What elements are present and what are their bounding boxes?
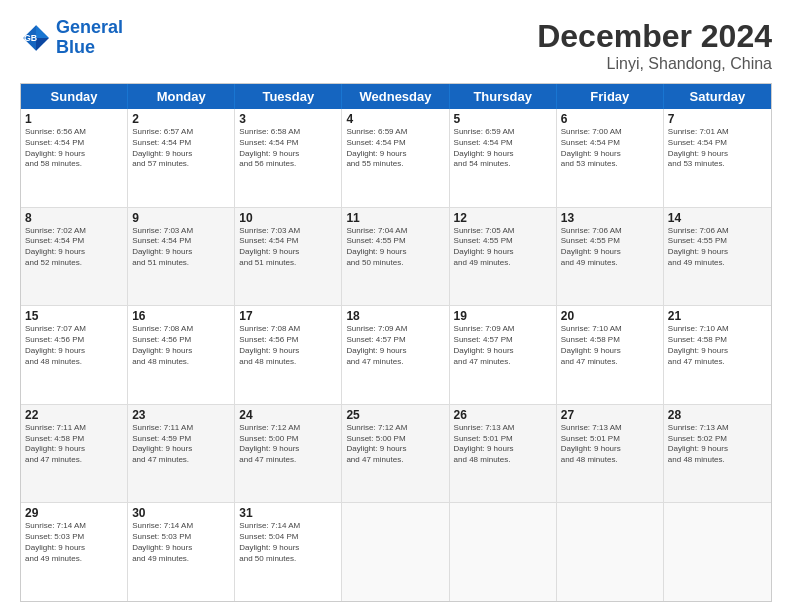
day-info: Sunrise: 7:02 AM Sunset: 4:54 PM Dayligh… xyxy=(25,226,123,269)
weekday-header-wednesday: Wednesday xyxy=(342,84,449,109)
logo-icon: GB xyxy=(20,22,52,54)
day-number: 26 xyxy=(454,408,552,422)
logo-blue-text: Blue xyxy=(56,38,123,58)
day-info: Sunrise: 6:59 AM Sunset: 4:54 PM Dayligh… xyxy=(454,127,552,170)
day-number: 31 xyxy=(239,506,337,520)
svg-marker-2 xyxy=(36,38,49,51)
day-info: Sunrise: 7:13 AM Sunset: 5:02 PM Dayligh… xyxy=(668,423,767,466)
calendar-cell-10: 10Sunrise: 7:03 AM Sunset: 4:54 PM Dayli… xyxy=(235,208,342,306)
calendar-cell-9: 9Sunrise: 7:03 AM Sunset: 4:54 PM Daylig… xyxy=(128,208,235,306)
calendar-cell-1: 1Sunrise: 6:56 AM Sunset: 4:54 PM Daylig… xyxy=(21,109,128,207)
calendar-cell-4: 4Sunrise: 6:59 AM Sunset: 4:54 PM Daylig… xyxy=(342,109,449,207)
calendar-row-4: 22Sunrise: 7:11 AM Sunset: 4:58 PM Dayli… xyxy=(21,404,771,503)
day-number: 12 xyxy=(454,211,552,225)
weekday-header-thursday: Thursday xyxy=(450,84,557,109)
day-number: 13 xyxy=(561,211,659,225)
main-title: December 2024 xyxy=(537,18,772,55)
calendar-cell-2: 2Sunrise: 6:57 AM Sunset: 4:54 PM Daylig… xyxy=(128,109,235,207)
calendar-cell-26: 26Sunrise: 7:13 AM Sunset: 5:01 PM Dayli… xyxy=(450,405,557,503)
day-number: 7 xyxy=(668,112,767,126)
calendar-cell-24: 24Sunrise: 7:12 AM Sunset: 5:00 PM Dayli… xyxy=(235,405,342,503)
calendar-cell-19: 19Sunrise: 7:09 AM Sunset: 4:57 PM Dayli… xyxy=(450,306,557,404)
calendar-row-2: 8Sunrise: 7:02 AM Sunset: 4:54 PM Daylig… xyxy=(21,207,771,306)
day-number: 10 xyxy=(239,211,337,225)
day-info: Sunrise: 7:13 AM Sunset: 5:01 PM Dayligh… xyxy=(561,423,659,466)
svg-text:GB: GB xyxy=(24,33,37,43)
day-number: 30 xyxy=(132,506,230,520)
day-info: Sunrise: 7:08 AM Sunset: 4:56 PM Dayligh… xyxy=(132,324,230,367)
calendar-cell-14: 14Sunrise: 7:06 AM Sunset: 4:55 PM Dayli… xyxy=(664,208,771,306)
day-info: Sunrise: 7:07 AM Sunset: 4:56 PM Dayligh… xyxy=(25,324,123,367)
calendar-cell-5: 5Sunrise: 6:59 AM Sunset: 4:54 PM Daylig… xyxy=(450,109,557,207)
calendar-cell-7: 7Sunrise: 7:01 AM Sunset: 4:54 PM Daylig… xyxy=(664,109,771,207)
day-number: 3 xyxy=(239,112,337,126)
day-info: Sunrise: 7:14 AM Sunset: 5:04 PM Dayligh… xyxy=(239,521,337,564)
day-info: Sunrise: 7:13 AM Sunset: 5:01 PM Dayligh… xyxy=(454,423,552,466)
calendar-cell-11: 11Sunrise: 7:04 AM Sunset: 4:55 PM Dayli… xyxy=(342,208,449,306)
calendar-row-3: 15Sunrise: 7:07 AM Sunset: 4:56 PM Dayli… xyxy=(21,305,771,404)
calendar-cell-29: 29Sunrise: 7:14 AM Sunset: 5:03 PM Dayli… xyxy=(21,503,128,601)
day-info: Sunrise: 7:08 AM Sunset: 4:56 PM Dayligh… xyxy=(239,324,337,367)
day-number: 15 xyxy=(25,309,123,323)
day-number: 6 xyxy=(561,112,659,126)
day-number: 9 xyxy=(132,211,230,225)
calendar-cell-13: 13Sunrise: 7:06 AM Sunset: 4:55 PM Dayli… xyxy=(557,208,664,306)
subtitle: Linyi, Shandong, China xyxy=(537,55,772,73)
day-number: 4 xyxy=(346,112,444,126)
calendar-cell-17: 17Sunrise: 7:08 AM Sunset: 4:56 PM Dayli… xyxy=(235,306,342,404)
day-number: 21 xyxy=(668,309,767,323)
day-number: 28 xyxy=(668,408,767,422)
calendar-cell-22: 22Sunrise: 7:11 AM Sunset: 4:58 PM Dayli… xyxy=(21,405,128,503)
day-info: Sunrise: 6:57 AM Sunset: 4:54 PM Dayligh… xyxy=(132,127,230,170)
day-number: 18 xyxy=(346,309,444,323)
day-info: Sunrise: 7:03 AM Sunset: 4:54 PM Dayligh… xyxy=(239,226,337,269)
day-number: 23 xyxy=(132,408,230,422)
weekday-header-tuesday: Tuesday xyxy=(235,84,342,109)
weekday-header-sunday: Sunday xyxy=(21,84,128,109)
calendar-cell-21: 21Sunrise: 7:10 AM Sunset: 4:58 PM Dayli… xyxy=(664,306,771,404)
logo: GB General Blue xyxy=(20,18,123,58)
day-info: Sunrise: 7:10 AM Sunset: 4:58 PM Dayligh… xyxy=(561,324,659,367)
weekday-header-monday: Monday xyxy=(128,84,235,109)
day-number: 2 xyxy=(132,112,230,126)
day-info: Sunrise: 7:04 AM Sunset: 4:55 PM Dayligh… xyxy=(346,226,444,269)
day-number: 11 xyxy=(346,211,444,225)
day-info: Sunrise: 6:58 AM Sunset: 4:54 PM Dayligh… xyxy=(239,127,337,170)
day-info: Sunrise: 7:11 AM Sunset: 4:59 PM Dayligh… xyxy=(132,423,230,466)
calendar-cell-3: 3Sunrise: 6:58 AM Sunset: 4:54 PM Daylig… xyxy=(235,109,342,207)
day-info: Sunrise: 7:12 AM Sunset: 5:00 PM Dayligh… xyxy=(346,423,444,466)
day-info: Sunrise: 7:06 AM Sunset: 4:55 PM Dayligh… xyxy=(668,226,767,269)
calendar-cell-23: 23Sunrise: 7:11 AM Sunset: 4:59 PM Dayli… xyxy=(128,405,235,503)
calendar-cell-empty-3 xyxy=(342,503,449,601)
day-number: 19 xyxy=(454,309,552,323)
page: GB General Blue December 2024 Linyi, Sha… xyxy=(0,0,792,612)
day-info: Sunrise: 7:10 AM Sunset: 4:58 PM Dayligh… xyxy=(668,324,767,367)
day-number: 22 xyxy=(25,408,123,422)
calendar-cell-30: 30Sunrise: 7:14 AM Sunset: 5:03 PM Dayli… xyxy=(128,503,235,601)
day-info: Sunrise: 7:14 AM Sunset: 5:03 PM Dayligh… xyxy=(25,521,123,564)
calendar-cell-16: 16Sunrise: 7:08 AM Sunset: 4:56 PM Dayli… xyxy=(128,306,235,404)
calendar-cell-empty-6 xyxy=(664,503,771,601)
calendar-cell-8: 8Sunrise: 7:02 AM Sunset: 4:54 PM Daylig… xyxy=(21,208,128,306)
day-number: 29 xyxy=(25,506,123,520)
calendar-cell-empty-4 xyxy=(450,503,557,601)
day-number: 5 xyxy=(454,112,552,126)
calendar: SundayMondayTuesdayWednesdayThursdayFrid… xyxy=(20,83,772,602)
day-info: Sunrise: 7:09 AM Sunset: 4:57 PM Dayligh… xyxy=(454,324,552,367)
calendar-cell-31: 31Sunrise: 7:14 AM Sunset: 5:04 PM Dayli… xyxy=(235,503,342,601)
weekday-header-saturday: Saturday xyxy=(664,84,771,109)
calendar-cell-20: 20Sunrise: 7:10 AM Sunset: 4:58 PM Dayli… xyxy=(557,306,664,404)
calendar-cell-empty-5 xyxy=(557,503,664,601)
calendar-row-5: 29Sunrise: 7:14 AM Sunset: 5:03 PM Dayli… xyxy=(21,502,771,601)
day-info: Sunrise: 6:56 AM Sunset: 4:54 PM Dayligh… xyxy=(25,127,123,170)
calendar-cell-18: 18Sunrise: 7:09 AM Sunset: 4:57 PM Dayli… xyxy=(342,306,449,404)
day-number: 27 xyxy=(561,408,659,422)
day-info: Sunrise: 7:06 AM Sunset: 4:55 PM Dayligh… xyxy=(561,226,659,269)
svg-marker-1 xyxy=(36,25,49,38)
day-info: Sunrise: 7:11 AM Sunset: 4:58 PM Dayligh… xyxy=(25,423,123,466)
calendar-body: 1Sunrise: 6:56 AM Sunset: 4:54 PM Daylig… xyxy=(21,109,771,601)
calendar-cell-27: 27Sunrise: 7:13 AM Sunset: 5:01 PM Dayli… xyxy=(557,405,664,503)
calendar-cell-15: 15Sunrise: 7:07 AM Sunset: 4:56 PM Dayli… xyxy=(21,306,128,404)
logo-general-text: General xyxy=(56,17,123,37)
calendar-cell-28: 28Sunrise: 7:13 AM Sunset: 5:02 PM Dayli… xyxy=(664,405,771,503)
